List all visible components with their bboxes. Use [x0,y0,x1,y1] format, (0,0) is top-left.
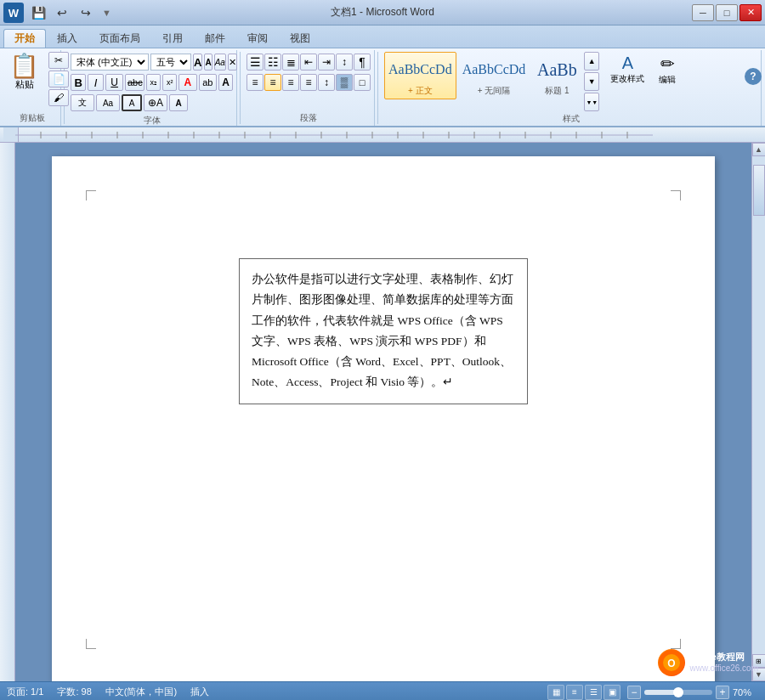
zoom-track[interactable] [644,690,712,695]
paste-button[interactable]: 📋 粘贴 [7,52,42,93]
clipboard-label: 剪贴板 [7,110,57,126]
zoom-out-button[interactable]: − [627,686,641,699]
maximize-button[interactable]: □ [716,4,738,21]
border-button[interactable]: □ [354,74,371,91]
tab-review[interactable]: 审阅 [236,29,279,48]
multilevel-list-button[interactable]: ≣ [282,54,299,71]
zoom-in-button[interactable]: + [716,686,729,699]
style-heading1[interactable]: AaBb 标题 1 [531,52,582,99]
phonetic-button[interactable]: 文 [71,94,94,111]
document-content[interactable]: 办公软件是指可以进行文字处理、表格制作、幻灯片制作、图形图像处理、简单数据库的处… [15,143,751,681]
shading-button[interactable]: ▒ [336,74,353,91]
ribbon-tab-bar: 开始 插入 页面布局 引用 邮件 审阅 视图 [0,25,765,48]
scroll-track[interactable] [753,156,765,654]
style-no-spacing[interactable]: AaBbCcDd + 无间隔 [458,52,530,99]
ruler-left [0,143,15,681]
underline-button[interactable]: U [105,74,123,91]
superscript-button[interactable]: x² [162,74,177,91]
zoom-level: 70% [733,687,758,697]
styles-expand-button[interactable]: ▼▼ [584,93,599,111]
view-web-button[interactable]: ☰ [585,685,602,700]
edit-button[interactable]: ✏ 编辑 [655,52,679,88]
tab-insert[interactable]: 插入 [46,29,88,48]
char-border-button[interactable]: A [122,94,142,111]
increase-indent-button[interactable]: ⇥ [318,54,335,71]
document-text: 办公软件是指可以进行文字处理、表格制作、幻灯片制作、图形图像处理、简单数据库的处… [252,273,513,388]
styles-group: AaBbCcDd + 正文 AaBbCcDd + 无间隔 AaBb 标题 1 [381,50,762,126]
show-hide-button[interactable]: ¶ [354,54,371,71]
font-size3-button[interactable]: A [169,94,188,111]
help-button[interactable]: ? [745,68,762,85]
line-spacing-button[interactable]: ↕ [318,74,335,91]
para-list-row: ☰ ☷ ≣ ⇤ ⇥ ↕ ¶ [246,54,371,71]
tab-home[interactable]: 开始 [3,29,46,48]
decrease-indent-button[interactable]: ⇤ [300,54,317,71]
char-shade-button[interactable]: Aa [96,94,120,111]
view-print-button[interactable]: ▦ [547,685,564,700]
tab-references[interactable]: 引用 [151,29,194,48]
styles-gallery: AaBbCcDd + 正文 AaBbCcDd + 无间隔 AaBb 标题 1 [384,52,582,99]
style-no-spacing-label: + 无间隔 [478,85,511,97]
view-reading-button[interactable]: ▣ [604,685,620,700]
text-effect-button[interactable]: ⊕A [144,94,167,111]
font-aa-row: 文 Aa A ⊕A A [71,94,233,111]
font-grow-button[interactable]: A [193,54,202,71]
document-area-wrapper: 办公软件是指可以进行文字处理、表格制作、幻灯片制作、图形图像处理、简单数据库的处… [0,127,765,681]
page-count: 页面: 1/1 [7,686,43,698]
align-left-button[interactable]: ≡ [246,74,264,91]
bold-button[interactable]: B [71,74,86,91]
tab-layout[interactable]: 页面布局 [88,29,151,48]
text-box[interactable]: 办公软件是指可以进行文字处理、表格制作、幻灯片制作、图形图像处理、简单数据库的处… [239,258,528,404]
quick-undo-button[interactable]: ↩ [51,4,73,21]
window-title: 文档1 - Microsoft Word [331,5,434,20]
align-right-button[interactable]: ≡ [282,74,299,91]
tab-mailings[interactable]: 邮件 [194,29,236,48]
font-color2-button[interactable]: A [218,74,233,91]
sort-button[interactable]: ↕ [336,54,353,71]
copy-button[interactable]: 📄 [48,71,69,88]
para-align-row: ≡ ≡ ≡ ≡ ↕ ▒ □ [246,74,371,91]
word-count-status: 字数: 98 [57,686,91,698]
highlight-button[interactable]: ab [199,74,217,91]
styles-scroll-up-button[interactable]: ▲ [584,52,599,71]
styles-label: 样式 [384,111,757,127]
scroll-thumb[interactable] [753,165,765,216]
view-full-button[interactable]: ≡ [566,685,583,700]
style-normal[interactable]: AaBbCcDd + 正文 [384,52,456,99]
change-styles-button[interactable]: A 更改样式 [607,52,648,87]
ribbon-content: 📋 粘贴 ✂ 📄 🖌 剪贴板 [0,48,765,126]
status-right: ▦ ≡ ☰ ▣ − + 70% [547,685,758,700]
close-button[interactable]: ✕ [740,4,762,21]
quick-save-button[interactable]: 💾 [27,4,49,21]
clear-format-button[interactable]: ✕ [228,54,237,71]
align-center-button[interactable]: ≡ [264,74,281,91]
styles-scroll-down-button[interactable]: ▼ [584,72,599,91]
change-case-button[interactable]: Aa [214,54,226,71]
svg-text:O: O [667,658,675,669]
word-count: 字数: 98 [57,686,91,698]
document-page[interactable]: 办公软件是指可以进行文字处理、表格制作、幻灯片制作、图形图像处理、简单数据库的处… [52,156,715,681]
font-color-button[interactable]: A [178,74,196,91]
subscript-button[interactable]: x₂ [146,74,161,91]
font-name-select[interactable]: 宋体 (中文正) [71,54,149,71]
bullet-list-button[interactable]: ☰ [246,54,264,71]
numbered-list-button[interactable]: ☷ [264,54,281,71]
format-painter-button[interactable]: 🖌 [48,89,69,106]
font-size-select[interactable]: 五号 [150,54,191,71]
font-shrink-button[interactable]: A [204,54,212,71]
strikethrough-button[interactable]: abc [125,74,144,91]
styles-gallery-container: AaBbCcDd + 正文 AaBbCcDd + 无间隔 AaBb 标题 1 [384,52,757,111]
zoom-control: − + 70% [627,686,758,699]
styles-scroll-arrows: ▲ ▼ ▼▼ [584,52,599,111]
cut-button[interactable]: ✂ [48,52,69,69]
clipboard-group-content: 📋 粘贴 ✂ 📄 🖌 [7,52,57,110]
tab-view[interactable]: 视图 [279,29,321,48]
minimize-button[interactable]: ─ [692,4,714,21]
style-normal-label: + 正文 [408,85,433,97]
scroll-up-button[interactable]: ▲ [752,143,766,156]
zoom-handle[interactable] [673,687,683,697]
quick-redo-button[interactable]: ↪ [75,4,97,21]
corner-tr [671,190,681,200]
italic-button[interactable]: I [88,74,103,91]
justify-button[interactable]: ≡ [300,74,317,91]
